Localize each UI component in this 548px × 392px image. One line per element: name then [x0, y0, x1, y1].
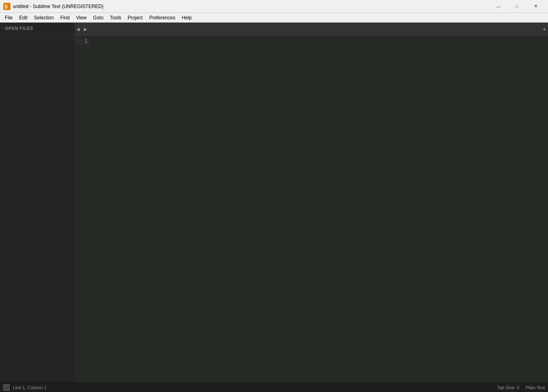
line-numbers: 1: [75, 36, 91, 47]
menu-item-edit[interactable]: Edit: [16, 13, 31, 22]
main-content: OPEN FILES ◀ ▶ ▼ 1: [0, 23, 548, 382]
tab-area: ◀ ▶ ▼ 1: [75, 23, 548, 382]
tab-nav-left-button[interactable]: ◀: [75, 23, 82, 36]
minimize-button[interactable]: —: [489, 0, 508, 13]
close-button[interactable]: ✕: [526, 0, 545, 13]
window-controls: — □ ✕: [489, 0, 545, 13]
syntax-mode[interactable]: Plain Text: [526, 385, 545, 390]
menu-item-project[interactable]: Project: [125, 13, 146, 22]
window-title: untitled - Sublime Text (UNREGISTERED): [13, 4, 104, 9]
title-bar: S untitled - Sublime Text (UNREGISTERED)…: [0, 0, 548, 13]
menu-item-find[interactable]: Find: [57, 13, 73, 22]
menu-item-tools[interactable]: Tools: [107, 13, 125, 22]
tab-size[interactable]: Tab Size: 4: [497, 385, 519, 390]
menu-item-view[interactable]: View: [73, 13, 90, 22]
menu-item-goto[interactable]: Goto: [90, 13, 107, 22]
sidebar: OPEN FILES: [0, 23, 75, 382]
status-left: Line 1, Column 1: [3, 384, 46, 391]
menu-item-help[interactable]: Help: [179, 13, 195, 22]
status-bar: Line 1, Column 1 Tab Size: 4 Plain Text: [0, 382, 548, 392]
svg-text:S: S: [4, 4, 8, 10]
menu-bar: FileEditSelectionFindViewGotoToolsProjec…: [0, 13, 548, 23]
menu-item-selection[interactable]: Selection: [31, 13, 57, 22]
tab-bar: ◀ ▶ ▼: [75, 23, 548, 36]
tab-dropdown-button[interactable]: ▼: [541, 23, 548, 36]
editor-area[interactable]: 1: [75, 36, 548, 382]
title-left: S untitled - Sublime Text (UNREGISTERED): [3, 3, 104, 10]
cursor-position[interactable]: Line 1, Column 1: [13, 385, 46, 390]
status-right: Tab Size: 4 Plain Text: [497, 385, 545, 390]
tab-nav-right-button[interactable]: ▶: [82, 23, 89, 36]
sidebar-open-files-header: OPEN FILES: [0, 23, 75, 34]
menu-item-file[interactable]: File: [2, 13, 16, 22]
menu-item-preferences[interactable]: Preferences: [146, 13, 179, 22]
maximize-button[interactable]: □: [508, 0, 526, 13]
status-icon: [3, 384, 10, 391]
line-number-1: 1: [75, 38, 91, 45]
app-icon: S: [3, 3, 10, 10]
